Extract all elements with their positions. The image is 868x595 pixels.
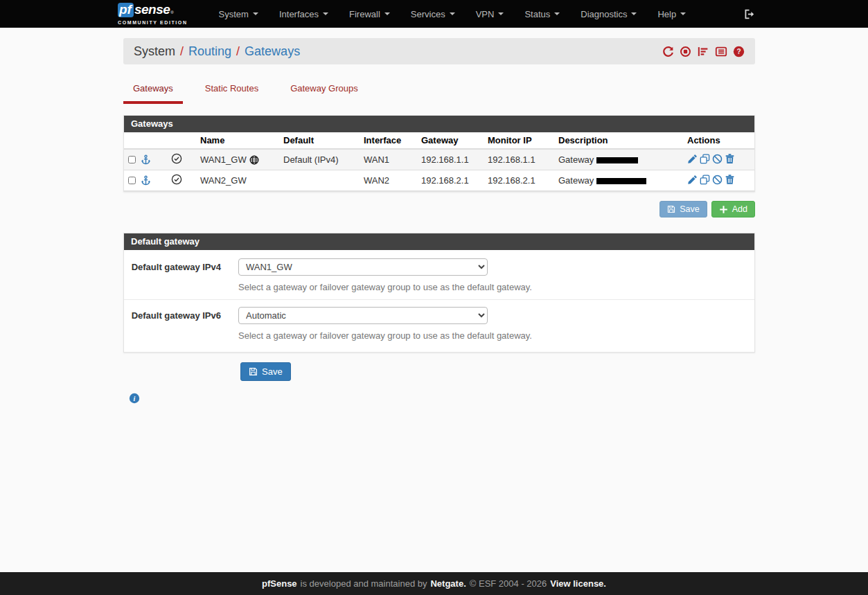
redaction-bar <box>596 178 646 184</box>
routing-tabs: Gateways Static Routes Gateway Groups <box>123 77 755 104</box>
monitor-ip-cell: 192.168.1.1 <box>484 149 554 170</box>
svg-text:i: i <box>134 395 136 402</box>
col-description: Description <box>554 132 683 149</box>
logo-registered-mark: ® <box>170 6 173 19</box>
anchor-icon[interactable] <box>141 154 151 165</box>
default-gateway-panel-title: Default gateway <box>124 233 754 250</box>
gateway-cell: 192.168.1.1 <box>417 149 484 170</box>
breadcrumb: System / Routing / Gateways <box>134 44 300 59</box>
interface-cell: WAN2 <box>360 170 417 191</box>
disable-icon[interactable] <box>712 175 723 185</box>
logo-edition: COMMUNITY EDITION <box>118 20 188 25</box>
menu-help[interactable]: Help <box>647 0 696 28</box>
footer: pfSense is developed and maintained by N… <box>0 572 868 595</box>
log-icon[interactable] <box>697 46 709 57</box>
interface-cell: WAN1 <box>360 149 417 170</box>
list-alt-icon[interactable] <box>715 46 727 57</box>
gateways-panel: Gateways Name Default Interface Gateway … <box>123 115 755 192</box>
monitor-ip-cell: 192.168.2.1 <box>484 170 554 191</box>
default-gateway-ipv4-select[interactable]: WAN1_GW <box>238 258 488 276</box>
footer-view-license-link[interactable]: View license. <box>550 578 606 589</box>
gateways-panel-title: Gateways <box>124 116 754 132</box>
save-button[interactable]: Save <box>659 201 707 217</box>
clone-icon[interactable] <box>700 154 710 164</box>
description-cell: Gateway <box>554 170 683 191</box>
menu-interfaces[interactable]: Interfaces <box>269 0 339 28</box>
svg-text:?: ? <box>736 48 741 55</box>
anchor-icon[interactable] <box>141 175 151 186</box>
default-gateway-ipv6-row: Default gateway IPv6 Automatic Select a … <box>124 300 754 350</box>
breadcrumb-system: System <box>134 44 175 59</box>
table-row: WAN1_GW Default (IPv4) WAN1 192.168.1.1 … <box>124 149 754 170</box>
gateways-table: Name Default Interface Gateway Monitor I… <box>124 132 754 191</box>
chevron-down-icon <box>631 12 637 15</box>
chevron-down-icon <box>450 12 455 15</box>
col-default: Default <box>279 132 360 149</box>
add-button[interactable]: Add <box>711 201 755 217</box>
clone-icon[interactable] <box>700 175 710 185</box>
chevron-down-icon <box>384 12 390 15</box>
info-icon[interactable]: i <box>129 393 140 404</box>
col-monitor-ip: Monitor IP <box>484 132 554 149</box>
row-checkbox[interactable] <box>128 156 136 163</box>
tab-gateways[interactable]: Gateways <box>123 77 183 104</box>
menu-firewall[interactable]: Firewall <box>339 0 400 28</box>
redaction-bar <box>596 157 638 163</box>
tab-gateway-groups[interactable]: Gateway Groups <box>281 77 368 104</box>
breadcrumb-routing[interactable]: Routing <box>188 44 231 59</box>
chevron-down-icon <box>554 12 560 15</box>
gateway-cell: 192.168.2.1 <box>417 170 484 191</box>
default-gateway-ipv6-help: Select a gateway or failover gateway gro… <box>238 330 532 341</box>
pfsense-logo[interactable]: pf sense ® COMMUNITY EDITION <box>118 3 188 25</box>
refresh-icon[interactable] <box>662 46 674 57</box>
gateway-name-cell: WAN1_GW <box>196 149 279 170</box>
breadcrumb-separator: / <box>236 44 240 59</box>
menu-diagnostics[interactable]: Diagnostics <box>570 0 647 28</box>
disable-icon[interactable] <box>712 154 723 164</box>
save-default-gateway-button[interactable]: Save <box>240 362 291 381</box>
default-cell <box>279 170 360 191</box>
sign-out-icon[interactable] <box>743 8 755 20</box>
chevron-down-icon <box>680 12 686 15</box>
delete-icon[interactable] <box>725 154 735 164</box>
save-icon <box>249 367 258 376</box>
dot-circle-icon[interactable] <box>680 46 691 57</box>
footer-netgate-link[interactable]: Netgate. <box>430 578 466 589</box>
edit-icon[interactable] <box>687 175 698 185</box>
default-gateway-ipv6-select[interactable]: Automatic <box>238 307 488 324</box>
chevron-down-icon <box>498 12 504 15</box>
edit-icon[interactable] <box>687 154 698 164</box>
tab-static-routes[interactable]: Static Routes <box>195 77 268 104</box>
menu-system[interactable]: System <box>209 0 269 28</box>
logo-sense: sense <box>134 3 170 17</box>
footer-pfsense-link[interactable]: pfSense <box>262 578 297 589</box>
breadcrumb-gateways[interactable]: Gateways <box>245 44 300 59</box>
table-row: WAN2_GW WAN2 192.168.2.1 192.168.2.1 Gat… <box>124 170 754 191</box>
col-actions: Actions <box>683 132 754 149</box>
plus-icon <box>719 205 728 214</box>
default-gateway-ipv4-row: Default gateway IPv4 WAN1_GW Select a ga… <box>124 251 754 300</box>
globe-icon <box>249 155 259 165</box>
default-gateway-panel: Default gateway Default gateway IPv4 WAN… <box>123 233 755 353</box>
top-navbar: pf sense ® COMMUNITY EDITION System Inte… <box>0 0 868 28</box>
table-header-row: Name Default Interface Gateway Monitor I… <box>124 132 754 149</box>
logo-pf: pf <box>118 3 134 17</box>
check-circle-icon <box>171 153 182 164</box>
col-gateway: Gateway <box>417 132 484 149</box>
check-circle-icon <box>171 174 182 185</box>
chevron-down-icon <box>253 12 258 15</box>
breadcrumb-bar: System / Routing / Gateways <box>123 38 755 64</box>
menu-status[interactable]: Status <box>514 0 570 28</box>
menu-services[interactable]: Services <box>400 0 466 28</box>
save-icon <box>667 205 675 213</box>
default-gateway-ipv6-label: Default gateway IPv6 <box>124 307 221 341</box>
chevron-down-icon <box>323 12 328 15</box>
menu-vpn[interactable]: VPN <box>466 0 515 28</box>
delete-icon[interactable] <box>725 175 735 185</box>
col-name: Name <box>196 132 279 149</box>
col-interface: Interface <box>360 132 417 149</box>
default-cell: Default (IPv4) <box>279 149 360 170</box>
row-checkbox[interactable] <box>128 177 136 184</box>
help-circle-icon[interactable]: ? <box>733 46 745 57</box>
footer-text: is developed and maintained by <box>301 578 427 589</box>
